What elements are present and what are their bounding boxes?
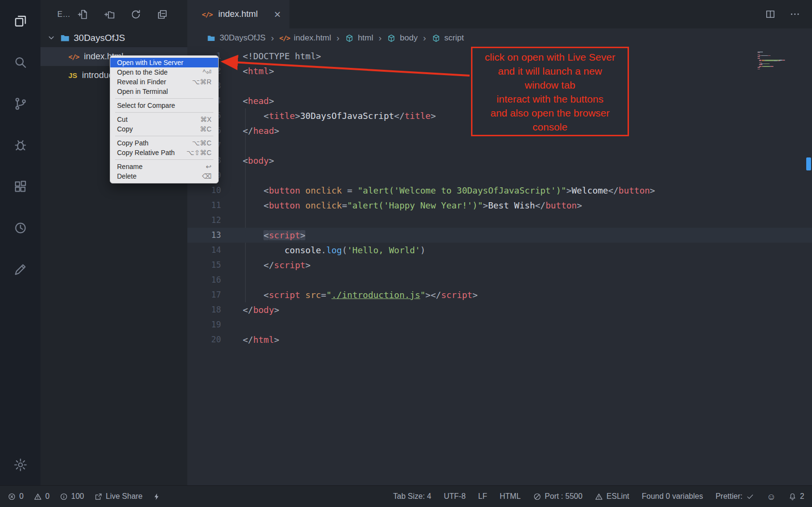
menu-item-shortcut: ⌘C [200, 125, 211, 133]
live-share-icon [94, 493, 103, 501]
line-number: 15 [187, 258, 221, 273]
line-number: 14 [187, 243, 221, 258]
status-smiley-icon[interactable]: ☺ [767, 492, 776, 501]
more-actions-icon[interactable] [789, 9, 800, 20]
status-prettier[interactable]: Prettier: [716, 492, 754, 501]
activity-explorer-icon[interactable] [0, 0, 40, 41]
activity-search-icon[interactable] [0, 41, 40, 83]
code-line-15[interactable]: 15 </script> [187, 258, 812, 273]
code-line-16[interactable]: 16 [187, 273, 812, 287]
code-line-10[interactable]: 10 <button onclick = "alert('Welcome to … [187, 183, 812, 198]
status-0[interactable]: 0 [34, 492, 50, 501]
status-tab-size-4[interactable]: Tab Size: 4 [393, 492, 431, 501]
status-eslint[interactable]: ESLint [595, 492, 629, 501]
menu-item-label: Copy [117, 125, 194, 133]
new-file-icon[interactable] [77, 9, 89, 20]
breadcrumb-item-30daysofjs[interactable]: 30DaysOfJS [207, 33, 265, 43]
status-utf-8[interactable]: UTF-8 [444, 492, 466, 501]
code-line-17[interactable]: 17 <script src="./introduction.js"></scr… [187, 287, 812, 302]
menu-item-cut[interactable]: Cut⌘X [110, 115, 218, 124]
breadcrumb-separator: › [423, 33, 426, 43]
status-2[interactable]: 2 [788, 492, 804, 501]
breadcrumb-item-html[interactable]: html [345, 33, 373, 43]
status-100[interactable]: 100 [60, 492, 84, 501]
menu-item-shortcut: ↩ [206, 163, 211, 170]
breadcrumb-item-index-html[interactable]: </>index.html [279, 33, 331, 43]
menu-item-label: Open to the Side [117, 68, 197, 76]
breadcrumb-item-body[interactable]: body [387, 33, 418, 43]
menu-item-copy-relative-path[interactable]: Copy Relative Path⌥⇧⌘C [110, 148, 218, 157]
breadcrumb-label: 30DaysOfJS [220, 33, 265, 43]
html-file-icon: </> [202, 11, 212, 18]
collapse-all-icon[interactable] [157, 9, 168, 20]
menu-item-copy[interactable]: Copy⌘C [110, 124, 218, 134]
annotation-box: click on open with Live Severand it will… [471, 47, 629, 136]
activity-settings-gear-icon[interactable] [0, 444, 40, 485]
code-line-13[interactable]: 13 <script> [187, 228, 812, 243]
menu-item-copy-path[interactable]: Copy Path⌥⌘C [110, 138, 218, 148]
code-line-20[interactable]: 20</html> [187, 332, 812, 347]
status-label: 100 [71, 492, 84, 501]
menu-item-shortcut: ^⏎ [203, 68, 211, 76]
menu-item-reveal-in-finder[interactable]: Reveal in Finder⌥⌘R [110, 77, 218, 87]
menu-separator [115, 159, 213, 160]
status-live-share[interactable]: Live Share [94, 492, 143, 501]
new-folder-icon[interactable] [104, 9, 115, 20]
tab-label: index.html [218, 9, 258, 19]
folder-row-30daysofjs[interactable]: 30DaysOfJS [40, 28, 187, 47]
symbol-cube-icon [387, 34, 396, 43]
status-html[interactable]: HTML [500, 492, 521, 501]
refresh-icon[interactable] [130, 9, 142, 20]
code-line-7[interactable]: 7 [187, 138, 812, 153]
code-line-18[interactable]: 18</body> [187, 302, 812, 317]
editor-actions [765, 0, 812, 28]
breadcrumb-item-script[interactable]: script [432, 33, 464, 43]
line-number: 20 [187, 332, 221, 347]
activity-extensions-icon[interactable] [0, 166, 40, 207]
code-line-19[interactable]: 19 [187, 317, 812, 332]
split-editor-icon[interactable] [765, 9, 776, 20]
breadcrumb-label: index.html [294, 33, 331, 43]
menu-item-delete[interactable]: Delete⌫ [110, 171, 218, 181]
code-line-8[interactable]: 8<body> [187, 153, 812, 168]
menu-separator [115, 112, 213, 113]
status-lightning-icon[interactable] [153, 493, 161, 501]
menu-item-rename[interactable]: Rename↩ [110, 162, 218, 171]
menu-item-select-for-compare[interactable]: Select for Compare [110, 101, 218, 110]
activity-feedback-icon[interactable] [0, 248, 40, 290]
activity-history-icon[interactable] [0, 207, 40, 248]
menu-item-open-with-live-server[interactable]: Open with Live Server [110, 58, 218, 67]
activity-bar [0, 0, 40, 485]
menu-item-label: Open with Live Server [117, 59, 211, 66]
menu-item-label: Reveal in Finder [117, 78, 186, 86]
close-icon[interactable]: × [274, 9, 281, 20]
status-port-5500[interactable]: Port : 5500 [533, 492, 582, 501]
explorer-title: E… [57, 10, 70, 19]
menu-item-open-in-terminal[interactable]: Open in Terminal [110, 87, 218, 96]
status-label: Live Share [106, 492, 143, 501]
status-0[interactable]: 0 [8, 492, 24, 501]
line-number: 18 [187, 302, 221, 317]
activity-source-control-icon[interactable] [0, 83, 40, 124]
code-line-12[interactable]: 12 [187, 213, 812, 228]
line-number: 19 [187, 317, 221, 332]
tab-index-html[interactable]: </> index.html × [187, 0, 289, 28]
code-line-9[interactable]: 9 [187, 168, 812, 183]
annotation-line: and also open the browser [472, 106, 628, 120]
code-line-11[interactable]: 11 <button onclick="alert('Happy New Yea… [187, 198, 812, 213]
code-line-14[interactable]: 14 console.log('Hello, World') [187, 243, 812, 258]
line-number: 10 [187, 183, 221, 198]
activity-bar-bottom [0, 444, 40, 485]
status-found-0-variables[interactable]: Found 0 variables [642, 492, 703, 501]
activity-run-debug-icon[interactable] [0, 124, 40, 166]
folder-icon [60, 33, 70, 43]
menu-item-open-to-the-side[interactable]: Open to the Side^⏎ [110, 67, 218, 77]
menu-separator [115, 98, 213, 99]
minimap[interactable] [758, 52, 803, 70]
smiley-icon: ☺ [767, 492, 776, 501]
folder-icon [207, 34, 216, 43]
run-debug-icon [13, 138, 28, 153]
menu-item-shortcut: ⌥⌘C [192, 139, 211, 147]
status-lf[interactable]: LF [478, 492, 487, 501]
explorer-header: E… [40, 0, 187, 28]
